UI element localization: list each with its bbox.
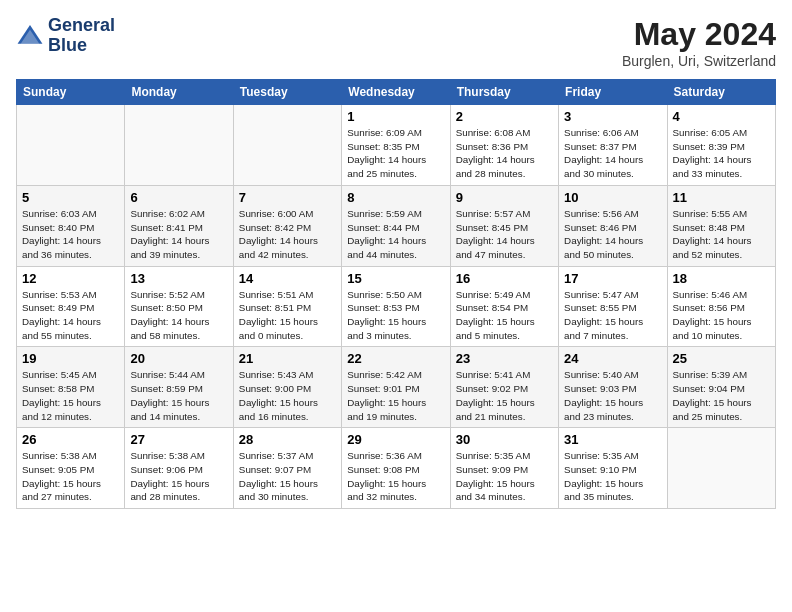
day-info: Sunrise: 5:35 AMSunset: 9:10 PMDaylight:… xyxy=(564,449,661,504)
day-number: 23 xyxy=(456,351,553,366)
calendar-cell: 5Sunrise: 6:03 AMSunset: 8:40 PMDaylight… xyxy=(17,185,125,266)
calendar-cell: 21Sunrise: 5:43 AMSunset: 9:00 PMDayligh… xyxy=(233,347,341,428)
title-block: May 2024 Burglen, Uri, Switzerland xyxy=(622,16,776,69)
day-info: Sunrise: 5:40 AMSunset: 9:03 PMDaylight:… xyxy=(564,368,661,423)
day-number: 22 xyxy=(347,351,444,366)
location: Burglen, Uri, Switzerland xyxy=(622,53,776,69)
day-info: Sunrise: 5:56 AMSunset: 8:46 PMDaylight:… xyxy=(564,207,661,262)
day-info: Sunrise: 5:59 AMSunset: 8:44 PMDaylight:… xyxy=(347,207,444,262)
calendar-cell: 25Sunrise: 5:39 AMSunset: 9:04 PMDayligh… xyxy=(667,347,775,428)
calendar-week-1: 1Sunrise: 6:09 AMSunset: 8:35 PMDaylight… xyxy=(17,105,776,186)
day-number: 7 xyxy=(239,190,336,205)
day-info: Sunrise: 5:50 AMSunset: 8:53 PMDaylight:… xyxy=(347,288,444,343)
calendar-cell: 17Sunrise: 5:47 AMSunset: 8:55 PMDayligh… xyxy=(559,266,667,347)
day-number: 24 xyxy=(564,351,661,366)
day-number: 12 xyxy=(22,271,119,286)
day-number: 10 xyxy=(564,190,661,205)
day-info: Sunrise: 5:49 AMSunset: 8:54 PMDaylight:… xyxy=(456,288,553,343)
calendar-cell: 22Sunrise: 5:42 AMSunset: 9:01 PMDayligh… xyxy=(342,347,450,428)
logo-text: General Blue xyxy=(48,16,115,56)
calendar-week-5: 26Sunrise: 5:38 AMSunset: 9:05 PMDayligh… xyxy=(17,428,776,509)
calendar-cell: 14Sunrise: 5:51 AMSunset: 8:51 PMDayligh… xyxy=(233,266,341,347)
calendar-cell: 27Sunrise: 5:38 AMSunset: 9:06 PMDayligh… xyxy=(125,428,233,509)
calendar-body: 1Sunrise: 6:09 AMSunset: 8:35 PMDaylight… xyxy=(17,105,776,509)
day-number: 14 xyxy=(239,271,336,286)
logo: General Blue xyxy=(16,16,115,56)
calendar-week-2: 5Sunrise: 6:03 AMSunset: 8:40 PMDaylight… xyxy=(17,185,776,266)
calendar-week-4: 19Sunrise: 5:45 AMSunset: 8:58 PMDayligh… xyxy=(17,347,776,428)
weekday-header-sunday: Sunday xyxy=(17,80,125,105)
day-number: 6 xyxy=(130,190,227,205)
day-number: 4 xyxy=(673,109,770,124)
month-year: May 2024 xyxy=(622,16,776,53)
day-info: Sunrise: 5:38 AMSunset: 9:06 PMDaylight:… xyxy=(130,449,227,504)
day-number: 21 xyxy=(239,351,336,366)
day-info: Sunrise: 6:05 AMSunset: 8:39 PMDaylight:… xyxy=(673,126,770,181)
logo-icon xyxy=(16,22,44,50)
calendar-cell xyxy=(233,105,341,186)
day-number: 3 xyxy=(564,109,661,124)
page-header: General Blue May 2024 Burglen, Uri, Swit… xyxy=(16,16,776,69)
calendar-cell: 6Sunrise: 6:02 AMSunset: 8:41 PMDaylight… xyxy=(125,185,233,266)
weekday-header-monday: Monday xyxy=(125,80,233,105)
day-info: Sunrise: 5:42 AMSunset: 9:01 PMDaylight:… xyxy=(347,368,444,423)
calendar-cell: 7Sunrise: 6:00 AMSunset: 8:42 PMDaylight… xyxy=(233,185,341,266)
calendar-cell: 31Sunrise: 5:35 AMSunset: 9:10 PMDayligh… xyxy=(559,428,667,509)
day-info: Sunrise: 6:02 AMSunset: 8:41 PMDaylight:… xyxy=(130,207,227,262)
day-info: Sunrise: 5:36 AMSunset: 9:08 PMDaylight:… xyxy=(347,449,444,504)
day-info: Sunrise: 5:52 AMSunset: 8:50 PMDaylight:… xyxy=(130,288,227,343)
calendar-cell: 29Sunrise: 5:36 AMSunset: 9:08 PMDayligh… xyxy=(342,428,450,509)
calendar-cell: 16Sunrise: 5:49 AMSunset: 8:54 PMDayligh… xyxy=(450,266,558,347)
day-info: Sunrise: 5:47 AMSunset: 8:55 PMDaylight:… xyxy=(564,288,661,343)
day-info: Sunrise: 5:57 AMSunset: 8:45 PMDaylight:… xyxy=(456,207,553,262)
day-number: 25 xyxy=(673,351,770,366)
day-info: Sunrise: 5:39 AMSunset: 9:04 PMDaylight:… xyxy=(673,368,770,423)
day-number: 27 xyxy=(130,432,227,447)
day-number: 9 xyxy=(456,190,553,205)
calendar-cell: 18Sunrise: 5:46 AMSunset: 8:56 PMDayligh… xyxy=(667,266,775,347)
day-number: 31 xyxy=(564,432,661,447)
day-number: 13 xyxy=(130,271,227,286)
calendar-header: SundayMondayTuesdayWednesdayThursdayFrid… xyxy=(17,80,776,105)
calendar-cell: 23Sunrise: 5:41 AMSunset: 9:02 PMDayligh… xyxy=(450,347,558,428)
day-number: 18 xyxy=(673,271,770,286)
calendar-cell: 1Sunrise: 6:09 AMSunset: 8:35 PMDaylight… xyxy=(342,105,450,186)
calendar-table: SundayMondayTuesdayWednesdayThursdayFrid… xyxy=(16,79,776,509)
day-number: 29 xyxy=(347,432,444,447)
day-number: 11 xyxy=(673,190,770,205)
day-info: Sunrise: 5:55 AMSunset: 8:48 PMDaylight:… xyxy=(673,207,770,262)
day-number: 30 xyxy=(456,432,553,447)
calendar-cell: 30Sunrise: 5:35 AMSunset: 9:09 PMDayligh… xyxy=(450,428,558,509)
day-info: Sunrise: 6:06 AMSunset: 8:37 PMDaylight:… xyxy=(564,126,661,181)
calendar-cell: 13Sunrise: 5:52 AMSunset: 8:50 PMDayligh… xyxy=(125,266,233,347)
logo-line1: General xyxy=(48,16,115,36)
calendar-cell: 26Sunrise: 5:38 AMSunset: 9:05 PMDayligh… xyxy=(17,428,125,509)
calendar-week-3: 12Sunrise: 5:53 AMSunset: 8:49 PMDayligh… xyxy=(17,266,776,347)
day-number: 20 xyxy=(130,351,227,366)
day-info: Sunrise: 5:43 AMSunset: 9:00 PMDaylight:… xyxy=(239,368,336,423)
day-info: Sunrise: 5:41 AMSunset: 9:02 PMDaylight:… xyxy=(456,368,553,423)
day-number: 17 xyxy=(564,271,661,286)
calendar-cell: 2Sunrise: 6:08 AMSunset: 8:36 PMDaylight… xyxy=(450,105,558,186)
calendar-cell: 10Sunrise: 5:56 AMSunset: 8:46 PMDayligh… xyxy=(559,185,667,266)
weekday-header-friday: Friday xyxy=(559,80,667,105)
day-info: Sunrise: 6:00 AMSunset: 8:42 PMDaylight:… xyxy=(239,207,336,262)
day-info: Sunrise: 5:38 AMSunset: 9:05 PMDaylight:… xyxy=(22,449,119,504)
day-number: 15 xyxy=(347,271,444,286)
day-info: Sunrise: 5:46 AMSunset: 8:56 PMDaylight:… xyxy=(673,288,770,343)
day-info: Sunrise: 5:44 AMSunset: 8:59 PMDaylight:… xyxy=(130,368,227,423)
day-info: Sunrise: 5:37 AMSunset: 9:07 PMDaylight:… xyxy=(239,449,336,504)
day-number: 28 xyxy=(239,432,336,447)
day-number: 8 xyxy=(347,190,444,205)
day-info: Sunrise: 5:51 AMSunset: 8:51 PMDaylight:… xyxy=(239,288,336,343)
calendar-cell: 19Sunrise: 5:45 AMSunset: 8:58 PMDayligh… xyxy=(17,347,125,428)
calendar-cell xyxy=(17,105,125,186)
day-number: 1 xyxy=(347,109,444,124)
weekday-header-saturday: Saturday xyxy=(667,80,775,105)
calendar-cell: 15Sunrise: 5:50 AMSunset: 8:53 PMDayligh… xyxy=(342,266,450,347)
calendar-cell: 4Sunrise: 6:05 AMSunset: 8:39 PMDaylight… xyxy=(667,105,775,186)
day-info: Sunrise: 5:35 AMSunset: 9:09 PMDaylight:… xyxy=(456,449,553,504)
day-info: Sunrise: 5:53 AMSunset: 8:49 PMDaylight:… xyxy=(22,288,119,343)
weekday-header-thursday: Thursday xyxy=(450,80,558,105)
day-number: 16 xyxy=(456,271,553,286)
